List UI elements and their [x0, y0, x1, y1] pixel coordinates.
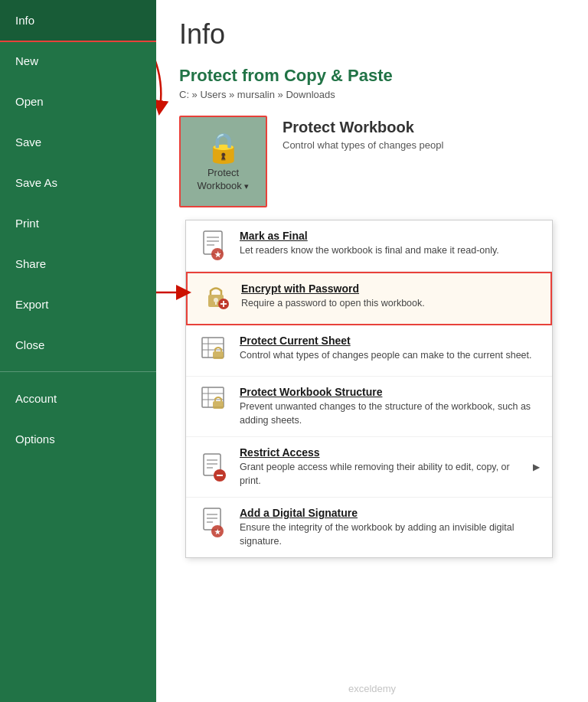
- protect-structure-title: Protect Workbook Structure: [240, 386, 540, 398]
- sidebar-label-print: Print: [15, 217, 39, 230]
- submenu-arrow-icon: ▶: [533, 462, 540, 472]
- menu-item-digital-signature[interactable]: ★ Add a Digital Signature Ensure the int…: [186, 498, 552, 557]
- protect-info: Protect Workbook Control what types of c…: [283, 116, 443, 151]
- sidebar-item-save-as[interactable]: Save As: [0, 162, 156, 203]
- sidebar-label-options: Options: [15, 433, 55, 446]
- encrypt-icon: [200, 282, 232, 315]
- digital-signature-text: Add a Digital Signature Ensure the integ…: [240, 507, 540, 548]
- sidebar-label-close: Close: [15, 338, 44, 351]
- mark-final-title: Mark as Final: [240, 230, 540, 242]
- section-title: Protect from Copy & Paste: [179, 66, 565, 86]
- protect-workbook-area: 🔒 ProtectWorkbook ▾ Protect Workbook Con…: [179, 116, 565, 558]
- sidebar-item-export[interactable]: Export: [0, 284, 156, 325]
- protect-sheet-desc: Control what types of changes people can…: [240, 349, 540, 363]
- protect-dropdown-menu: ★ Mark as Final Let readers know the wor…: [185, 220, 553, 558]
- sidebar-label-account: Account: [15, 392, 57, 405]
- encrypt-desc: Require a password to open this workbook…: [241, 297, 538, 311]
- svg-rect-22: [213, 401, 224, 409]
- restrict-access-text: Restrict Access Grant people access whil…: [240, 446, 533, 488]
- sidebar-label-new: New: [15, 54, 38, 67]
- sidebar-label-save: Save: [15, 136, 41, 149]
- sidebar-item-print[interactable]: Print: [0, 203, 156, 243]
- sidebar-item-new[interactable]: New: [0, 41, 156, 81]
- sidebar-label-open: Open: [15, 95, 44, 108]
- main-content: Info Protect from Copy & Paste C: » User…: [156, 0, 588, 702]
- digital-signature-desc: Ensure the integrity of the workbook by …: [240, 521, 540, 548]
- sidebar-item-save[interactable]: Save: [0, 122, 156, 162]
- encrypt-text: Encrypt with Password Require a password…: [241, 282, 538, 311]
- protect-workbook-button[interactable]: 🔒 ProtectWorkbook ▾: [179, 116, 267, 207]
- protect-btn-label: ProtectWorkbook ▾: [198, 167, 250, 193]
- sidebar-item-options[interactable]: Options: [0, 419, 156, 459]
- sidebar-item-info[interactable]: Info: [0, 0, 156, 41]
- sidebar-label-share: Share: [15, 257, 46, 270]
- sidebar-label-export: Export: [15, 298, 48, 311]
- svg-text:★: ★: [214, 528, 221, 536]
- mark-final-icon: ★: [198, 230, 230, 262]
- menu-item-mark-as-final[interactable]: ★ Mark as Final Let readers know the wor…: [186, 220, 552, 272]
- encrypt-title: Encrypt with Password: [241, 282, 538, 295]
- sidebar-item-open[interactable]: Open: [0, 81, 156, 122]
- sidebar-label-info: Info: [15, 14, 34, 27]
- digital-signature-icon: ★: [198, 507, 230, 539]
- sidebar-label-save-as: Save As: [15, 176, 57, 189]
- restrict-access-desc: Grant people access while removing their…: [240, 461, 533, 488]
- protect-sheet-text: Protect Current Sheet Control what types…: [240, 335, 540, 363]
- file-path: C: » Users » mursalin » Downloads: [179, 89, 565, 100]
- menu-item-protect-sheet[interactable]: Protect Current Sheet Control what types…: [186, 325, 552, 377]
- restrict-access-title: Restrict Access: [240, 446, 533, 459]
- svg-text:★: ★: [214, 250, 222, 259]
- menu-item-encrypt-password[interactable]: Encrypt with Password Require a password…: [186, 272, 552, 325]
- svg-rect-17: [213, 351, 224, 359]
- protect-workbook-desc: Control what types of changes peopl: [283, 139, 443, 151]
- sidebar-divider: [0, 371, 156, 372]
- protect-workbook-title: Protect Workbook: [283, 119, 443, 136]
- mark-final-text: Mark as Final Let readers know the workb…: [240, 230, 540, 258]
- protect-structure-text: Protect Workbook Structure Prevent unwan…: [240, 386, 540, 427]
- sidebar: Info New Open Save Save As Print Share E…: [0, 0, 156, 702]
- page-title: Info: [179, 18, 565, 51]
- lock-key-icon: 🔒: [205, 133, 241, 162]
- protect-sheet-title: Protect Current Sheet: [240, 335, 540, 347]
- watermark: exceldemy: [348, 683, 396, 694]
- sidebar-item-close[interactable]: Close: [0, 325, 156, 365]
- sidebar-item-account[interactable]: Account: [0, 378, 156, 419]
- menu-item-protect-structure[interactable]: Protect Workbook Structure Prevent unwan…: [186, 377, 552, 437]
- protect-sheet-icon: [198, 335, 230, 367]
- digital-signature-title: Add a Digital Signature: [240, 507, 540, 519]
- menu-item-restrict-access[interactable]: Restrict Access Grant people access whil…: [186, 437, 552, 498]
- mark-final-desc: Let readers know the workbook is final a…: [240, 244, 540, 258]
- protect-structure-icon: [198, 386, 230, 418]
- protect-area: 🔒 ProtectWorkbook ▾ Protect Workbook Con…: [179, 116, 565, 207]
- svg-point-8: [214, 298, 218, 302]
- sidebar-item-share[interactable]: Share: [0, 243, 156, 284]
- protect-structure-desc: Prevent unwanted changes to the structur…: [240, 400, 540, 427]
- arrow-to-encrypt: [156, 281, 191, 304]
- restrict-access-icon: [198, 451, 230, 483]
